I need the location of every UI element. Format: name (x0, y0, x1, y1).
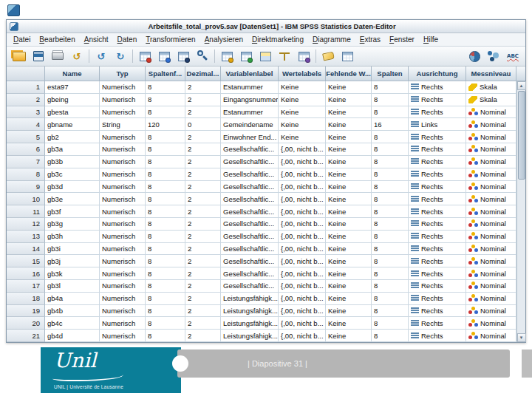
cell-messniveau[interactable]: Nominal (466, 118, 516, 131)
cell-fehlende[interactable]: Keine (326, 106, 372, 119)
cell-ausrichtung[interactable]: Rechts (409, 143, 466, 156)
menu-hilfe[interactable]: Hilfe (419, 35, 443, 44)
cell-name[interactable]: gb3e (45, 193, 100, 205)
cell-name[interactable]: gb3i (45, 243, 100, 256)
cell-num[interactable]: 5 (7, 131, 45, 143)
cell-name[interactable]: gb3h (45, 231, 100, 243)
cell-spalten[interactable]: 8 (372, 156, 409, 168)
cell-num[interactable]: 19 (7, 305, 45, 318)
cell-ausrichtung[interactable]: Rechts (409, 330, 466, 342)
cell-label[interactable]: Estanummer (221, 106, 279, 119)
value-labels-icon[interactable] (319, 48, 337, 64)
cell-wertelabels[interactable]: Keine (279, 94, 326, 106)
cell-label[interactable]: Leistungsfähigk... (221, 305, 279, 318)
cell-wertelabels[interactable]: {,00, nicht b... (279, 193, 326, 205)
cell-dezimale[interactable]: 0 (185, 118, 221, 131)
cell-fehlende[interactable]: Keine (326, 267, 372, 280)
cell-fehlende[interactable]: Keine (326, 255, 372, 267)
scroll-down-icon[interactable]: ▼ (517, 333, 526, 342)
cell-spalten[interactable]: 8 (372, 330, 409, 342)
spelling-icon[interactable]: ABC (504, 48, 522, 64)
cell-messniveau[interactable]: Nominal (466, 293, 516, 305)
cell-name[interactable]: gbesta (45, 106, 100, 119)
cell-wertelabels[interactable]: {,00, nicht b... (279, 156, 326, 168)
cell-breite[interactable]: 8 (146, 106, 185, 119)
cell-ausrichtung[interactable]: Links (409, 118, 466, 131)
cell-messniveau[interactable]: Nominal (466, 205, 516, 218)
menu-daten[interactable]: Daten (113, 35, 142, 44)
cell-breite[interactable]: 8 (146, 205, 185, 218)
cell-spalten[interactable]: 8 (372, 255, 409, 267)
cell-ausrichtung[interactable]: Rechts (409, 181, 466, 194)
insert-variable-icon[interactable] (237, 48, 255, 64)
cell-fehlende[interactable]: Keine (326, 118, 372, 131)
cell-messniveau[interactable]: Nominal (466, 193, 516, 205)
cell-typ[interactable]: Numerisch (100, 94, 146, 106)
cell-typ[interactable]: Numerisch (100, 330, 146, 342)
cell-ausrichtung[interactable]: Rechts (409, 131, 466, 143)
cell-messniveau[interactable]: Nominal (466, 317, 516, 330)
cell-breite[interactable]: 8 (146, 293, 185, 305)
cell-spalten[interactable]: 16 (372, 118, 409, 131)
cell-dezimale[interactable]: 2 (185, 205, 221, 218)
cell-num[interactable]: 18 (7, 293, 45, 305)
cell-wertelabels[interactable]: {,00, nicht b... (279, 168, 326, 181)
cell-label[interactable]: Gesellschaftlic... (221, 255, 279, 267)
scrollbar-thumb[interactable] (518, 91, 525, 180)
cell-wertelabels[interactable]: Keine (279, 131, 326, 143)
cell-breite[interactable]: 8 (146, 143, 185, 156)
cell-typ[interactable]: Numerisch (100, 231, 146, 243)
cell-spalten[interactable]: 8 (372, 131, 409, 143)
cell-fehlende[interactable]: Keine (326, 293, 372, 305)
cell-dezimale[interactable]: 2 (185, 131, 221, 143)
cell-breite[interactable]: 120 (146, 118, 185, 131)
cell-wertelabels[interactable]: {,00, nicht b... (279, 280, 326, 293)
cell-breite[interactable]: 8 (146, 267, 185, 280)
cell-ausrichtung[interactable]: Rechts (409, 231, 466, 243)
cell-typ[interactable]: Numerisch (100, 255, 146, 267)
cell-num[interactable]: 11 (7, 205, 45, 218)
cell-spalten[interactable]: 8 (372, 231, 409, 243)
cell-fehlende[interactable]: Keine (326, 205, 372, 218)
cell-label[interactable]: Gemeindename (221, 118, 279, 131)
title-bar[interactable]: Arbeitsfile_total_prov5.sav [DatenSet1] … (7, 20, 525, 33)
cell-typ[interactable]: Numerisch (100, 305, 146, 318)
cell-name[interactable]: gb3f (45, 205, 100, 218)
cell-label[interactable]: Gesellschaftlic... (221, 156, 279, 168)
cell-num[interactable]: 17 (7, 280, 45, 293)
cell-breite[interactable]: 8 (146, 94, 185, 106)
cell-label[interactable]: Gesellschaftlic... (221, 143, 279, 156)
cell-num[interactable]: 13 (7, 231, 45, 243)
cell-messniveau[interactable]: Nominal (466, 243, 516, 256)
cell-fehlende[interactable]: Keine (326, 168, 372, 181)
cell-dezimale[interactable]: 2 (185, 293, 221, 305)
cell-spalten[interactable]: 8 (372, 317, 409, 330)
cell-label[interactable]: Einwohner End... (221, 131, 279, 143)
cell-messniveau[interactable]: Nominal (466, 305, 516, 318)
cell-messniveau[interactable]: Nominal (466, 255, 516, 267)
cell-dezimale[interactable]: 2 (185, 94, 221, 106)
cell-ausrichtung[interactable]: Rechts (409, 280, 466, 293)
cell-ausrichtung[interactable]: Rechts (409, 81, 466, 94)
cell-num[interactable]: 20 (7, 317, 45, 330)
cell-breite[interactable]: 8 (146, 181, 185, 194)
cell-label[interactable]: Gesellschaftlic... (221, 218, 279, 231)
cell-typ[interactable]: Numerisch (100, 143, 146, 156)
cell-breite[interactable]: 8 (146, 81, 185, 94)
cell-spalten[interactable]: 8 (372, 267, 409, 280)
cell-typ[interactable]: Numerisch (100, 267, 146, 280)
cell-fehlende[interactable]: Keine (326, 156, 372, 168)
cell-num[interactable]: 1 (7, 81, 45, 94)
cell-messniveau[interactable]: Nominal (466, 218, 516, 231)
cell-dezimale[interactable]: 2 (185, 317, 221, 330)
cell-wertelabels[interactable]: Keine (279, 81, 326, 94)
cell-wertelabels[interactable]: {,00, nicht b... (279, 205, 326, 218)
cell-label[interactable]: Gesellschaftlic... (221, 267, 279, 280)
cell-name[interactable]: gb3l (45, 280, 100, 293)
cell-num[interactable]: 10 (7, 193, 45, 205)
cell-fehlende[interactable]: Keine (326, 330, 372, 342)
cell-wertelabels[interactable]: {,00, nicht b... (279, 243, 326, 256)
cell-breite[interactable]: 8 (146, 255, 185, 267)
redo-icon[interactable]: ↻ (112, 48, 129, 64)
cell-typ[interactable]: Numerisch (100, 81, 146, 94)
